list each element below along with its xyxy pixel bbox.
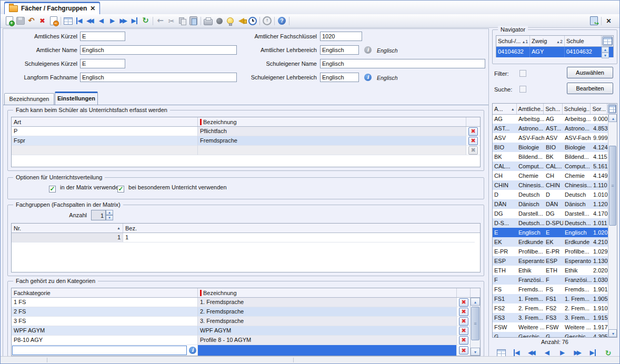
subject-row[interactable]: E-PR Profilbe... E-PR Profilbe... 1.029 (493, 247, 608, 256)
column-art[interactable]: Art (12, 117, 198, 126)
scroll-up-button[interactable] (471, 298, 480, 306)
subject-row[interactable]: D Deutsch D Deutsch 1.010 (493, 190, 608, 199)
subject-row[interactable]: EK Erdkunde EK Erdkunde 4.210 (493, 237, 608, 247)
stepper-down-button[interactable] (106, 215, 113, 220)
notify-button[interactable] (236, 15, 247, 26)
bearbeiten-button[interactable]: Bearbeiten (567, 83, 613, 94)
switch-view-button[interactable] (588, 15, 599, 26)
column-bezeichnung[interactable]: Bezeichnung (198, 117, 466, 126)
nav-forward-button[interactable] (107, 15, 118, 26)
hint-button[interactable] (225, 15, 236, 26)
tab-bezeichnungen[interactable]: Bezeichnungen (4, 93, 54, 105)
schuleigenes-kuerzel-field[interactable] (80, 59, 125, 68)
paste-button[interactable] (188, 15, 199, 26)
print-button[interactable] (203, 15, 214, 26)
settings-button[interactable] (262, 15, 273, 26)
grid-options-button[interactable] (602, 36, 613, 46)
subject-row[interactable]: AST... Astrono... AST... Astrono... 4.85… (493, 124, 608, 133)
subject-row[interactable]: CHIN Chinesis... CHIN Chinesis... 1.110 (493, 180, 608, 190)
schuleigener-name-field[interactable] (320, 59, 485, 68)
kategorie-row[interactable]: 1 FS 1. Fremdsprache (12, 298, 480, 307)
subject-row[interactable]: D-S... Deutsch... D-SPU Deutsch... 1.011 (493, 218, 608, 228)
tab-faecher-fachgruppen[interactable]: Fächer / Fachgruppen (4, 2, 100, 15)
row-up-button[interactable] (602, 47, 609, 53)
save-button[interactable] (15, 15, 26, 26)
suche-checkbox[interactable] (519, 86, 526, 93)
tab-einstellungen[interactable]: Einstellungen (55, 92, 98, 105)
subject-row[interactable]: AG Arbeitsg... AG Arbeitsg... 9.000 (493, 114, 608, 124)
subject-row[interactable]: CAL... Comput... CAL... Comput... 5.161 (493, 161, 608, 171)
column-nr[interactable]: Nr. (12, 224, 123, 232)
form-cancel-button[interactable]: − (48, 15, 59, 26)
subject-row[interactable]: BIO Biologie BIO Biologie 4.124 (493, 143, 608, 152)
fachgruppen-row[interactable]: 1 1 (12, 233, 480, 242)
subject-row[interactable]: G Geschic... G Geschic... 4.305 (493, 332, 608, 337)
delete-row-button[interactable] (459, 317, 468, 326)
matrix-checkbox[interactable] (49, 186, 56, 193)
langform-fachname-field[interactable] (80, 73, 237, 82)
subjects-scrollbar[interactable] (608, 114, 617, 337)
scroll-down-button[interactable] (608, 329, 617, 337)
subject-row[interactable]: ETH Ethik ETH Ethik 2.020 (493, 266, 608, 275)
column-amtliche[interactable]: Amtliche... (517, 104, 544, 114)
delete-row-button[interactable] (459, 336, 468, 345)
delete-row-button[interactable] (459, 308, 468, 316)
subject-row[interactable]: CH Chemie CH Chemie 4.149 (493, 171, 608, 180)
new-kategorie-input[interactable] (12, 346, 187, 355)
subject-row[interactable]: ASV ASV-Fach ASV ASV-Fach 9.999 (493, 133, 608, 143)
subject-row[interactable]: E Englisch E Englisch 1.020 (493, 228, 608, 237)
column-zweig[interactable]: Zweig2 (530, 36, 565, 46)
amtlicher-fachschluessel-field[interactable] (320, 32, 362, 41)
besonderer-unterricht-checkbox[interactable] (117, 186, 124, 193)
info-icon[interactable] (189, 347, 196, 354)
kategorie-row[interactable]: 3 FS 3. Fremdsprache (12, 317, 480, 326)
anzahl-value[interactable]: 1 (91, 210, 106, 220)
subject-row[interactable]: ESP Esperanto ESP Esperanto 1.130 (493, 256, 608, 266)
amtlicher-lehrbereich-field[interactable] (320, 45, 359, 55)
kategorien-scrollbar[interactable] (470, 298, 480, 356)
cut-button[interactable] (166, 15, 177, 26)
unterrichtsfach-empty-row[interactable] (12, 146, 480, 155)
subject-row[interactable]: FS Fremds... FS Fremds... 1.901 (493, 285, 608, 294)
stepper-up-button[interactable] (106, 210, 113, 215)
scroll-up-button[interactable] (608, 114, 617, 122)
info-icon[interactable] (364, 74, 372, 81)
delete-row-button[interactable] (468, 137, 478, 145)
data-grid-button[interactable] (63, 15, 74, 26)
help-button[interactable] (276, 15, 287, 26)
timer-button[interactable] (247, 15, 258, 26)
column-bezeichnung[interactable]: Bezeichnung (198, 288, 457, 297)
kategorie-row[interactable]: P8-10 AGY Profile 8 - 10 AGYM (12, 336, 480, 345)
scrollbar-thumb[interactable] (609, 146, 616, 226)
column-fachkategorie[interactable]: Fachkategorie (12, 288, 198, 297)
subject-row[interactable]: BK Bildend... BK Bildend... 4.115 (493, 152, 608, 161)
unterrichtsfach-row[interactable]: P Pflichtfach (12, 127, 480, 136)
refresh-button[interactable] (140, 15, 151, 26)
nav-first-button[interactable] (74, 15, 85, 26)
subject-row[interactable]: FSW Weitere ... FSW Weitere ... 1.917 (493, 322, 608, 332)
tab-close-icon[interactable] (90, 5, 95, 12)
delete-row-button[interactable] (459, 346, 468, 355)
column-kuerzel[interactable]: A... (493, 104, 517, 114)
delete-row-button[interactable] (468, 127, 478, 136)
nav-fast-back-button[interactable] (85, 15, 96, 26)
kategorie-row[interactable]: 2 FS 2. Fremdsprache (12, 307, 480, 317)
nav-back-button[interactable] (96, 15, 107, 26)
subject-row[interactable]: FS3 3. Frem... FS3 3. Frem... 1.915 (493, 313, 608, 322)
row-down-button[interactable] (602, 53, 609, 58)
column-schuleigenes-kuerzel[interactable]: Sch... (544, 104, 563, 114)
subject-row[interactable]: FS1 1. Frem... FS1 1. Frem... 1.905 (493, 294, 608, 304)
disc-button[interactable] (214, 15, 225, 26)
kategorie-new-row[interactable] (12, 345, 480, 356)
grid-options-button[interactable] (608, 104, 616, 114)
scroll-down-button[interactable] (471, 348, 480, 356)
filter-checkbox[interactable] (519, 70, 526, 77)
auswaehlen-button[interactable]: Auswählen (567, 67, 613, 78)
back-arrow-button[interactable] (155, 15, 166, 26)
subject-row[interactable]: DG Darstell... DG Darstell... 4.170 (493, 209, 608, 218)
undo-button[interactable] (26, 15, 37, 26)
subject-row[interactable]: F Französi... F Französi... 1.030 (493, 275, 608, 285)
subject-row[interactable]: FS2 2. Frem... FS2 2. Frem... 1.910 (493, 304, 608, 313)
delete-row-button[interactable] (459, 327, 468, 335)
scrollbar-thumb[interactable] (471, 307, 479, 340)
